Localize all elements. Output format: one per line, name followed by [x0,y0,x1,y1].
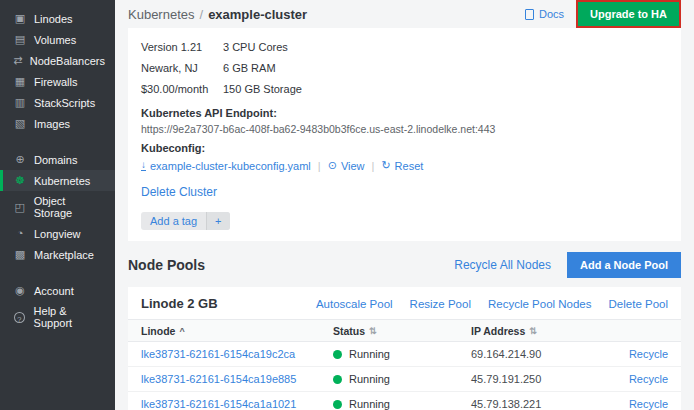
recycle-link[interactable]: Recycle [606,398,668,410]
sidebar-item-images[interactable]: Images [0,113,115,134]
sort-icon: ⇅ [369,326,377,336]
kubeconfig-view-link[interactable]: View [328,159,365,172]
sidebar-item-label: Help & Support [34,305,105,329]
sidebar-item-firewalls[interactable]: Firewalls [0,71,115,92]
sidebar-item-object-storage[interactable]: Object Storage [0,191,115,223]
breadcrumb-kubernetes-link[interactable]: Kubernetes [128,7,195,22]
volumes-icon [13,33,27,46]
docs-icon [525,9,534,20]
nodebalancers-icon [13,54,23,67]
annotation-highlight-box: Upgrade to HA [576,0,681,28]
column-label: Linode [141,325,175,337]
api-endpoint-label: Kubernetes API Endpoint: [141,107,668,119]
sidebar-item-longview[interactable]: Longview [0,223,115,244]
sort-icon: ⇅ [529,326,537,336]
linode-link[interactable]: lke38731-62161-6154ca19c2ca [141,348,333,360]
kubeconfig-reset-link[interactable]: Reset [381,159,423,172]
images-icon [13,117,27,130]
pool-name: Linode 2 GB [141,296,218,311]
kubeconfig-download-link[interactable]: example-cluster-kubeconfig.yaml [141,160,311,172]
recycle-link[interactable]: Recycle [606,348,668,360]
sidebar-item-help-support[interactable]: Help & Support [0,301,115,333]
sidebar-item-stackscripts[interactable]: StackScripts [0,92,115,113]
marketplace-icon [13,248,27,261]
delete-pool-link[interactable]: Delete Pool [609,298,668,310]
sidebar-item-account[interactable]: Account [0,280,115,301]
spec-version: Version 1.21 [141,37,223,58]
status-cell: Running [333,348,471,360]
spec-region: Newark, NJ [141,58,223,79]
breadcrumb-separator: / [200,7,204,22]
sidebar-item-volumes[interactable]: Volumes [0,29,115,50]
status-running-icon [333,350,342,359]
column-header-linode[interactable]: Linode ^ [141,325,333,337]
status-label: Running [349,348,390,360]
divider: | [318,160,321,172]
docs-link[interactable]: Docs [525,8,564,20]
spec-ram: 6 GB RAM [223,58,668,79]
spec-row: $30.00/month 150 GB Storage [141,79,668,100]
recycle-link[interactable]: Recycle [606,373,668,385]
linode-link[interactable]: lke38731-62161-6154ca1a1021 [141,398,333,410]
delete-cluster-link[interactable]: Delete Cluster [141,185,217,199]
kubeconfig-label: Kubeconfig: [141,142,668,154]
plus-icon: + [206,212,229,230]
sidebar-item-label: Account [34,285,74,297]
status-running-icon [333,375,342,384]
column-label: Status [333,325,365,337]
spec-price: $30.00/month [141,79,223,100]
sidebar-item-marketplace[interactable]: Marketplace [0,244,115,265]
column-header-ip-address[interactable]: IP Address ⇅ [471,325,606,337]
sidebar-item-label: Linodes [34,13,73,25]
column-label: IP Address [471,325,525,337]
view-label: View [341,160,365,172]
kubeconfig-file-name: example-cluster-kubeconfig.yaml [150,160,311,172]
main-content: Kubernetes / example-cluster Docs Upgrad… [115,0,694,410]
recycle-pool-nodes-link[interactable]: Recycle Pool Nodes [488,298,592,310]
stackscripts-icon [13,96,27,109]
spec-storage: 150 GB Storage [223,79,668,100]
pool-card-header: Linode 2 GB Autoscale Pool Resize Pool R… [128,287,681,319]
pool-table-header: Linode ^ Status ⇅ IP Address ⇅ [128,319,681,342]
table-row: lke38731-62161-6154ca1a1021 Running 45.7… [128,392,681,410]
autoscale-pool-link[interactable]: Autoscale Pool [316,298,393,310]
node-pools-title: Node Pools [128,257,205,273]
reset-label: Reset [395,160,424,172]
sidebar: Linodes Volumes NodeBalancers Firewalls … [0,0,115,410]
sidebar-item-linodes[interactable]: Linodes [0,8,115,29]
column-header-status[interactable]: Status ⇅ [333,325,471,337]
sidebar-item-domains[interactable]: Domains [0,149,115,170]
sidebar-item-label: Firewalls [34,76,77,88]
resize-pool-link[interactable]: Resize Pool [410,298,471,310]
status-cell: Running [333,398,471,410]
sidebar-item-label: Volumes [34,34,76,46]
sidebar-item-kubernetes[interactable]: Kubernetes [0,170,115,191]
linode-link[interactable]: lke38731-62161-6154ca19e885 [141,373,333,385]
spec-row: Version 1.21 3 CPU Cores [141,37,668,58]
ip-address: 45.79.138.221 [471,398,606,410]
table-row: lke38731-62161-6154ca19e885 Running 45.7… [128,367,681,392]
divider: | [372,160,375,172]
domains-icon [13,153,27,166]
add-tag-label: Add a tag [141,212,206,230]
spec-cpu: 3 CPU Cores [223,37,668,58]
status-label: Running [349,373,390,385]
add-tag-button[interactable]: Add a tag + [141,212,230,230]
node-pools-header: Node Pools Recycle All Nodes Add a Node … [128,252,681,278]
add-node-pool-button[interactable]: Add a Node Pool [567,252,681,278]
status-running-icon [333,400,342,409]
topbar: Kubernetes / example-cluster Docs Upgrad… [128,0,681,28]
linodes-icon [13,12,27,25]
download-icon [141,160,146,171]
upgrade-to-ha-button[interactable]: Upgrade to HA [578,2,679,26]
sidebar-item-label: Object Storage [34,195,105,219]
recycle-all-nodes-link[interactable]: Recycle All Nodes [454,258,551,272]
table-row: lke38731-62161-6154ca19c2ca Running 69.1… [128,342,681,367]
ip-address: 69.164.214.90 [471,348,606,360]
node-pools-actions: Recycle All Nodes Add a Node Pool [454,252,681,278]
sidebar-item-label: NodeBalancers [30,55,105,67]
ip-address: 45.79.191.250 [471,373,606,385]
status-cell: Running [333,373,471,385]
sidebar-item-nodebalancers[interactable]: NodeBalancers [0,50,115,71]
longview-icon [13,227,27,240]
